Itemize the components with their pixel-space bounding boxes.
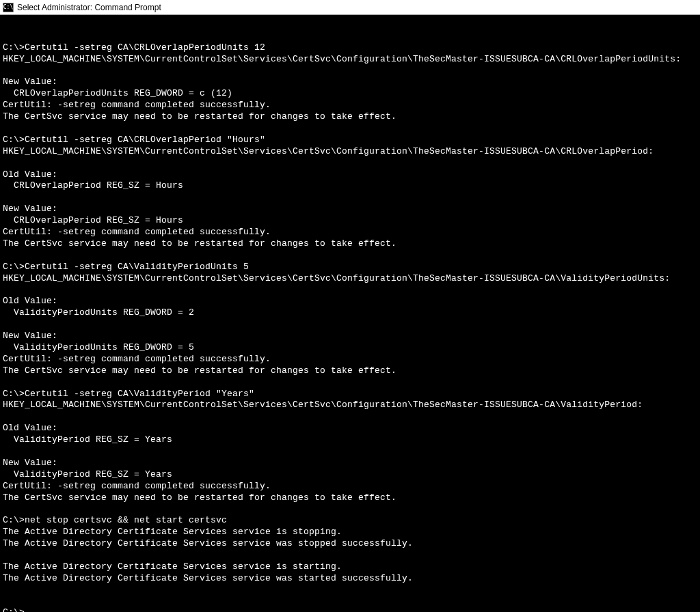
window-title: Select Administrator: Command Prompt <box>17 3 161 12</box>
terminal-text: C:\>Certutil -setreg CA\CRLOverlapPeriod… <box>3 42 681 583</box>
terminal-prompt: C:\> <box>3 607 25 612</box>
terminal-output[interactable]: C:\>Certutil -setreg CA\CRLOverlapPeriod… <box>0 15 700 612</box>
cmd-icon: C:\ <box>3 3 14 12</box>
window-titlebar[interactable]: C:\ Select Administrator: Command Prompt <box>0 0 700 15</box>
